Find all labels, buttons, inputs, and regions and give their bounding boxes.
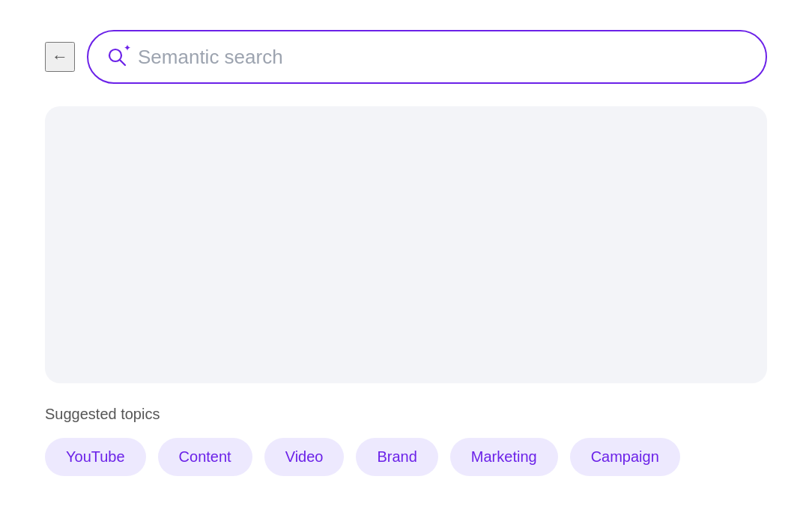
search-bar: ✦ xyxy=(87,30,767,84)
content-area xyxy=(45,106,767,383)
topic-chip-marketing[interactable]: Marketing xyxy=(450,438,558,476)
back-button[interactable]: ← xyxy=(45,42,75,72)
search-input[interactable] xyxy=(138,46,748,69)
svg-point-0 xyxy=(109,49,121,61)
suggested-topics-label: Suggested topics xyxy=(45,406,767,423)
header-row: ← ✦ xyxy=(0,30,812,84)
topic-chip-youtube[interactable]: YouTube xyxy=(45,438,146,476)
sparkle-icon: ✦ xyxy=(124,43,131,52)
topics-row: YouTubeContentVideoBrandMarketingCampaig… xyxy=(45,438,767,476)
topic-chip-brand[interactable]: Brand xyxy=(356,438,437,476)
back-arrow-icon: ← xyxy=(52,49,68,65)
svg-line-1 xyxy=(121,61,126,66)
topic-chip-video[interactable]: Video xyxy=(264,438,345,476)
suggested-section: Suggested topics YouTubeContentVideoBran… xyxy=(0,406,812,476)
search-icon-wrapper: ✦ xyxy=(106,46,127,67)
topic-chip-campaign[interactable]: Campaign xyxy=(570,438,680,476)
topic-chip-content[interactable]: Content xyxy=(158,438,252,476)
